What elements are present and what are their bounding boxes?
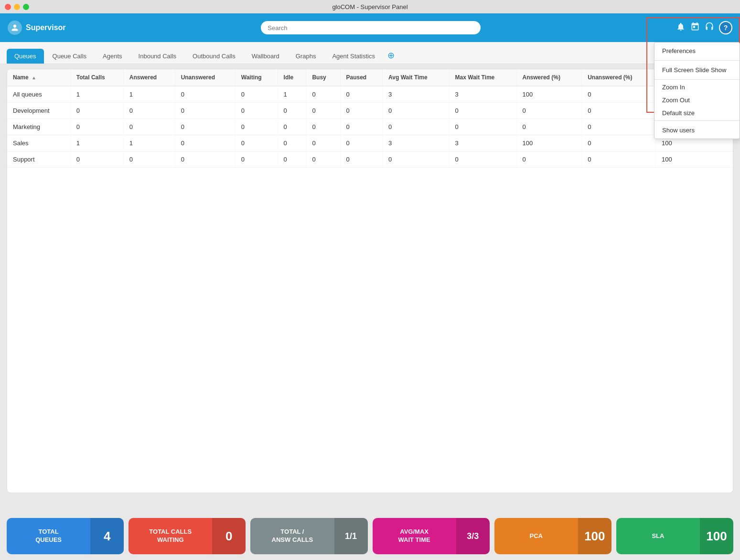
tab-wallboard[interactable]: Wallboard	[244, 49, 287, 64]
tabbar: Queues Queue Calls Agents Inbound Calls …	[0, 42, 740, 64]
table-row[interactable]: All queues 1 1 0 0 1 0 0 3 3 100 0 100	[7, 86, 733, 103]
stat-label-sla: SLA	[616, 518, 700, 554]
col-idle: Idle	[278, 69, 306, 86]
cell-unans-pct: 0	[582, 119, 656, 135]
stat-label-calls-waiting: TOTAL CALLSWAITING	[129, 518, 212, 554]
toolbar: Supervisor ?	[0, 13, 740, 42]
close-button[interactable]	[5, 4, 11, 10]
cell-busy: 0	[306, 86, 340, 103]
cell-max-wait: 0	[449, 151, 516, 168]
menu-item-default-size[interactable]: Default size	[654, 107, 740, 119]
minimize-button[interactable]	[14, 4, 20, 10]
window-controls[interactable]	[5, 4, 29, 10]
menu-divider-3	[654, 120, 740, 121]
col-paused: Paused	[340, 69, 383, 86]
menu-item-zoom-out[interactable]: Zoom Out	[654, 94, 740, 107]
menu-item-show-users[interactable]: Show users	[654, 122, 740, 139]
cell-unans-pct: 0	[582, 151, 656, 168]
cell-idle: 1	[278, 86, 306, 103]
cell-avg-wait: 3	[383, 135, 450, 151]
cell-idle: 0	[278, 151, 306, 168]
tab-inbound-calls[interactable]: Inbound Calls	[131, 49, 184, 64]
cell-name: All queues	[7, 86, 70, 103]
menu-item-preferences[interactable]: Preferences	[654, 43, 740, 59]
cell-unanswered: 0	[175, 151, 235, 168]
add-tab-button[interactable]: ⊕	[384, 47, 398, 64]
help-button[interactable]: ?	[719, 21, 732, 34]
cell-total: 0	[70, 103, 123, 119]
tab-queue-calls[interactable]: Queue Calls	[45, 49, 95, 64]
cell-ans-pct: 0	[516, 119, 582, 135]
cell-ans-pct: 100	[516, 135, 582, 151]
stat-card-sla: SLA 100	[616, 518, 733, 554]
cell-answered: 0	[123, 119, 175, 135]
stat-value-answ-calls: 1/1	[334, 518, 368, 554]
cell-busy: 0	[306, 135, 340, 151]
cell-idle: 0	[278, 103, 306, 119]
cell-unanswered: 0	[175, 86, 235, 103]
col-unanswered-pct: Unanswered (%)	[582, 69, 656, 86]
tab-queues[interactable]: Queues	[7, 49, 44, 64]
table-row[interactable]: Support 0 0 0 0 0 0 0 0 0 0 0 100	[7, 151, 733, 168]
cell-total: 1	[70, 135, 123, 151]
cell-max-wait: 3	[449, 135, 516, 151]
main-content: Name ▲ Total Calls Answered Unanswered W…	[7, 69, 733, 493]
menu-divider-2	[654, 79, 740, 80]
cell-unans-pct: 0	[582, 86, 656, 103]
cell-avg-wait: 0	[383, 103, 450, 119]
tab-agents[interactable]: Agents	[95, 49, 129, 64]
col-busy: Busy	[306, 69, 340, 86]
user-avatar	[8, 21, 22, 35]
cell-paused: 0	[340, 135, 383, 151]
tab-agent-statistics[interactable]: Agent Statistics	[324, 49, 383, 64]
cell-unans-pct: 0	[582, 135, 656, 151]
cell-paused: 0	[340, 86, 383, 103]
search-container	[72, 21, 670, 34]
stat-card-wait-time: AVG/MAXWAIT TIME 3/3	[373, 518, 490, 554]
stat-label-wait-time: AVG/MAXWAIT TIME	[373, 518, 456, 554]
calendar-icon[interactable]	[690, 22, 700, 34]
cell-busy: 0	[306, 151, 340, 168]
stat-card-total-queues: TOTALQUEUES 4	[7, 518, 124, 554]
stat-value-total-queues: 4	[90, 518, 124, 554]
cell-waiting: 0	[235, 151, 278, 168]
col-avg-wait: Avg Wait Time	[383, 69, 450, 86]
tab-graphs[interactable]: Graphs	[288, 49, 324, 64]
status-bar: TOTALQUEUES 4 TOTAL CALLSWAITING 0 TOTAL…	[0, 512, 740, 560]
menu-item-fullscreen[interactable]: Full Screen Slide Show	[654, 62, 740, 78]
menu-divider-1	[654, 60, 740, 61]
table-row[interactable]: Sales 1 1 0 0 0 0 0 3 3 100 0 100	[7, 135, 733, 151]
cell-name: Sales	[7, 135, 70, 151]
cell-ans-pct: 0	[516, 103, 582, 119]
col-waiting: Waiting	[235, 69, 278, 86]
cell-ans-pct: 0	[516, 151, 582, 168]
titlebar: gloCOM - Supervisor Panel	[0, 0, 740, 13]
search-input[interactable]	[261, 21, 481, 34]
maximize-button[interactable]	[23, 4, 29, 10]
cell-name: Support	[7, 151, 70, 168]
tab-outbound-calls[interactable]: Outbound Calls	[185, 49, 243, 64]
bell-icon[interactable]	[676, 22, 686, 34]
stat-card-calls-waiting: TOTAL CALLSWAITING 0	[129, 518, 246, 554]
table-row[interactable]: Development 0 0 0 0 0 0 0 0 0 0 0 100	[7, 103, 733, 119]
cell-avg-wait: 3	[383, 86, 450, 103]
stat-value-sla: 100	[700, 518, 733, 554]
cell-unanswered: 0	[175, 135, 235, 151]
cell-paused: 0	[340, 151, 383, 168]
menu-item-zoom-in[interactable]: Zoom In	[654, 81, 740, 94]
dropdown-menu: Preferences Full Screen Slide Show Zoom …	[654, 42, 740, 139]
col-name[interactable]: Name ▲	[7, 69, 70, 86]
cell-idle: 0	[278, 119, 306, 135]
stat-card-answ-calls: TOTAL /ANSW CALLS 1/1	[250, 518, 367, 554]
stat-value-calls-waiting: 0	[212, 518, 246, 554]
cell-busy: 0	[306, 119, 340, 135]
cell-total: 0	[70, 151, 123, 168]
cell-busy: 0	[306, 103, 340, 119]
headset-icon[interactable]	[705, 22, 714, 34]
cell-waiting: 0	[235, 135, 278, 151]
supervisor-label: Supervisor	[26, 23, 66, 32]
col-answered-pct: Answered (%)	[516, 69, 582, 86]
stat-label-total-queues: TOTALQUEUES	[7, 518, 90, 554]
cell-paused: 0	[340, 103, 383, 119]
table-row[interactable]: Marketing 0 0 0 0 0 0 0 0 0 0 0 100	[7, 119, 733, 135]
